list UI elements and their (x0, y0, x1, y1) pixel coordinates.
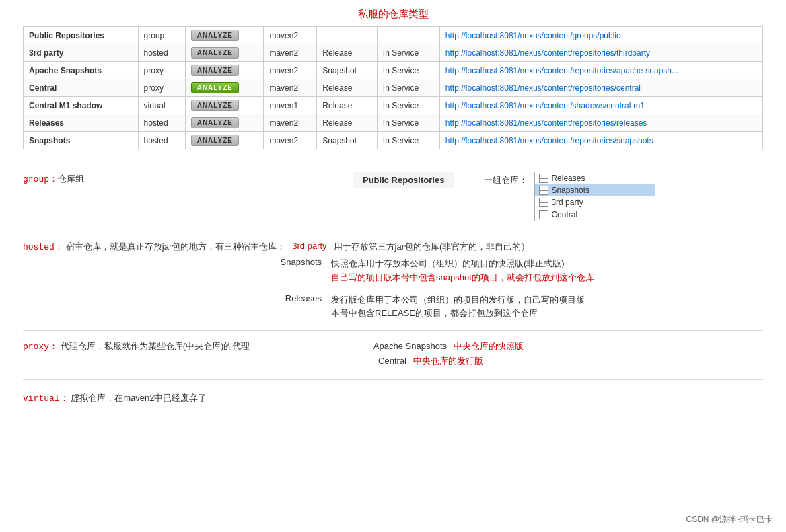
cell-policy: Release (317, 114, 378, 132)
proxy-central-row: Central 中央仓库的发行版 (373, 355, 524, 367)
cell-format: maven2 (264, 132, 317, 149)
cell-status: In Service (377, 114, 439, 132)
cell-name: Apache Snapshots (24, 62, 139, 79)
group-label-code: group：仓库组 (23, 172, 90, 185)
cell-status: In Service (377, 79, 439, 97)
proxy-central-desc: 中央仓库的发行版 (413, 355, 483, 367)
cell-type: hosted (138, 132, 185, 149)
proxy-apache-desc: 中央仓库的快照版 (454, 340, 524, 352)
group-list-item-label: Snapshots (551, 186, 590, 195)
cell-analyze[interactable]: ANALYZE (185, 132, 264, 149)
cell-format: maven2 (264, 79, 317, 97)
cell-policy: Release (317, 79, 378, 97)
virtual-section: virtual： 虚拟仓库，在maven2中已经废弃了 (23, 392, 763, 404)
releases-desc: 发行版仓库用于本公司（组织）的项目的发行版，自己写的项目版 本号中包含RELEA… (331, 293, 585, 321)
group-list-item[interactable]: Central (535, 208, 655, 221)
cell-url[interactable]: http://localhost:8081/nexus/content/repo… (439, 114, 762, 132)
cell-policy: Release (317, 44, 378, 62)
cell-type: group (138, 27, 185, 44)
page-title: 私服的仓库类型 (0, 0, 786, 26)
cell-url[interactable]: http://localhost:8081/nexus/content/repo… (439, 62, 762, 79)
proxy-label-text: 代理仓库，私服就作为某些仓库(中央仓库)的代理 (61, 341, 250, 351)
group-list-item[interactable]: Releases (535, 172, 655, 184)
third-party-name: 3rd party (288, 241, 330, 251)
cell-name: 3rd party (24, 44, 139, 62)
virtual-label-code: virtual： (23, 393, 69, 404)
cell-type: virtual (138, 97, 185, 114)
cell-url[interactable]: http://localhost:8081/nexus/content/repo… (439, 44, 762, 62)
cell-name: Central (24, 79, 139, 97)
cell-status: In Service (377, 44, 439, 62)
table-row: Apache SnapshotsproxyANALYZEmaven2Snapsh… (24, 62, 763, 79)
cell-format: maven2 (264, 44, 317, 62)
group-section: group：仓库组 Public Repositories —— 一组仓库： R… (23, 172, 763, 221)
hosted-right-block: Snapshots 快照仓库用于存放本公司（组织）的项目的快照版(非正式版) 自… (23, 257, 763, 321)
group-list-item[interactable]: Snapshots (535, 184, 655, 196)
proxy-apache-row: Apache Snapshots 中央仓库的快照版 (373, 340, 524, 352)
cell-url[interactable]: http://localhost:8081/nexus/content/grou… (439, 27, 762, 44)
cell-status: In Service (377, 62, 439, 79)
cell-policy: Snapshot (317, 132, 378, 149)
snapshots-desc: 快照仓库用于存放本公司（组织）的项目的快照版(非正式版) 自己写的项目版本号中包… (331, 257, 594, 285)
repository-table: Public RepositoriesgroupANALYZEmaven2htt… (23, 26, 763, 149)
third-party-desc: 用于存放第三方jar包的仓库(非官方的，非自己的） (334, 241, 530, 253)
group-list-item-label: 3rd party (551, 198, 583, 207)
cell-name: Public Repositories (24, 27, 139, 44)
group-repo-name: Public Repositories (353, 172, 454, 188)
table-row: 3rd partyhostedANALYZEmaven2ReleaseIn Se… (24, 44, 763, 62)
proxy-central-label: Central (373, 356, 406, 366)
group-list: ReleasesSnapshots3rd partyCentral (534, 172, 655, 221)
proxy-section: proxy： 代理仓库，私服就作为某些仓库(中央仓库)的代理 Apache Sn… (23, 340, 763, 370)
cell-format: maven2 (264, 114, 317, 132)
footer: CSDN @涼拌~玛卡巴卡 (686, 514, 773, 525)
cell-name: Releases (24, 114, 139, 132)
releases-label: Releases (272, 293, 326, 303)
cell-url[interactable]: http://localhost:8081/nexus/content/repo… (439, 132, 762, 149)
group-arrow-label: —— (454, 172, 484, 187)
group-list-item[interactable]: 3rd party (535, 196, 655, 208)
cell-policy: Snapshot (317, 62, 378, 79)
virtual-label-text: 虚拟仓库，在maven2中已经废弃了 (71, 393, 207, 403)
cell-format: maven2 (264, 27, 317, 44)
releases-row: Releases 发行版仓库用于本公司（组织）的项目的发行版，自己写的项目版 本… (23, 293, 763, 321)
snapshots-label: Snapshots (272, 257, 326, 267)
cell-url[interactable]: http://localhost:8081/nexus/content/repo… (439, 79, 762, 97)
hosted-main-line: hosted： 宿主仓库，就是真正存放jar包的地方，有三种宿主仓库： 3rd … (23, 241, 763, 253)
cell-type: proxy (138, 79, 185, 97)
proxy-label-code: proxy： (23, 342, 58, 352)
table-row: ReleaseshostedANALYZEmaven2ReleaseIn Ser… (24, 114, 763, 132)
cell-status (377, 27, 439, 44)
hosted-label-text: 宿主仓库，就是真正存放jar包的地方，有三种宿主仓库： (66, 241, 285, 253)
hosted-section: hosted： 宿主仓库，就是真正存放jar包的地方，有三种宿主仓库： 3rd … (23, 241, 763, 321)
table-row: Public RepositoriesgroupANALYZEmaven2htt… (24, 27, 763, 44)
group-list-item-label: Releases (551, 174, 585, 183)
proxy-right: Apache Snapshots 中央仓库的快照版 Central 中央仓库的发… (373, 340, 524, 370)
grid-icon (539, 198, 548, 207)
grid-icon (539, 174, 548, 183)
group-list-item-label: Central (551, 210, 577, 219)
cell-name: Central M1 shadow (24, 97, 139, 114)
cell-analyze[interactable]: ANALYZE (185, 114, 264, 132)
cell-format: maven1 (264, 97, 317, 114)
group-arrow-text: 一组仓库： (484, 172, 534, 189)
cell-url[interactable]: http://localhost:8081/nexus/content/shad… (439, 97, 762, 114)
proxy-inline: proxy： 代理仓库，私服就作为某些仓库(中央仓库)的代理 Apache Sn… (23, 340, 763, 370)
cell-policy (317, 27, 378, 44)
cell-analyze[interactable]: ANALYZE (185, 27, 264, 44)
cell-status: In Service (377, 97, 439, 114)
cell-type: hosted (138, 44, 185, 62)
cell-analyze[interactable]: ANALYZE (185, 62, 264, 79)
cell-name: Snapshots (24, 132, 139, 149)
cell-policy: Release (317, 97, 378, 114)
grid-icon (539, 210, 548, 219)
table-row: Central M1 shadowvirtualANALYZEmaven1Rel… (24, 97, 763, 114)
table-row: SnapshotshostedANALYZEmaven2SnapshotIn S… (24, 132, 763, 149)
cell-analyze[interactable]: ANALYZE (185, 97, 264, 114)
table-row: CentralproxyANALYZEmaven2ReleaseIn Servi… (24, 79, 763, 97)
cell-status: In Service (377, 132, 439, 149)
cell-analyze[interactable]: ANALYZE (185, 44, 264, 62)
hosted-label-code: hosted： (23, 241, 63, 253)
proxy-left: proxy： 代理仓库，私服就作为某些仓库(中央仓库)的代理 (23, 340, 346, 352)
cell-type: hosted (138, 114, 185, 132)
cell-analyze[interactable]: ANALYZE (185, 79, 264, 97)
